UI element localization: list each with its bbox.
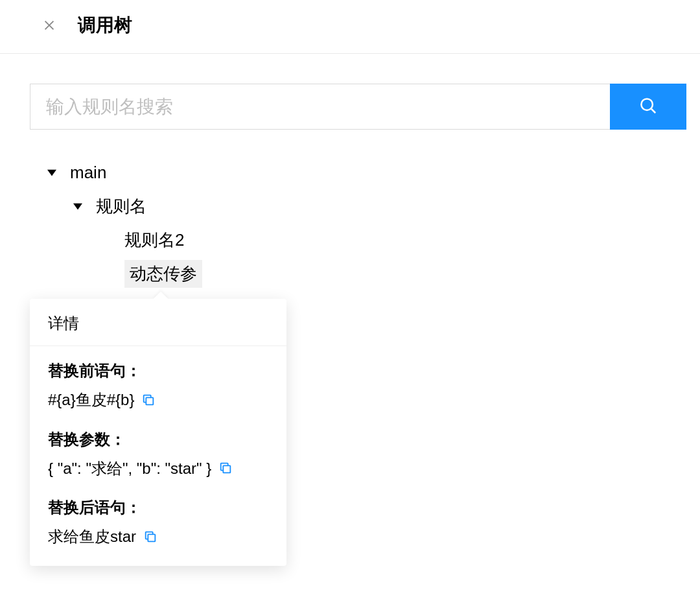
detail-after-value: 求给鱼皮star (48, 526, 136, 548)
tree-node-label: 规则名 (96, 195, 146, 218)
copy-icon[interactable] (218, 460, 233, 476)
copy-icon[interactable] (143, 529, 158, 544)
detail-before-label: 替换前语句： (48, 360, 268, 381)
detail-popover: 详情 替换前语句： #{a}鱼皮#{b} 替换参数： { "a": "求给", … (30, 299, 286, 566)
tree-node-dynamic-params[interactable]: 动态传参 (45, 257, 670, 290)
svg-rect-8 (148, 534, 155, 541)
detail-after-label: 替换后语句： (48, 497, 268, 518)
detail-after-section: 替换后语句： 求给鱼皮star (48, 497, 268, 548)
popover-body: 替换前语句： #{a}鱼皮#{b} 替换参数： { "a": "求给", "b"… (30, 346, 286, 566)
popover-title: 详情 (30, 299, 286, 346)
tree-node-main[interactable]: main (45, 156, 670, 189)
page-title: 调用树 (78, 13, 132, 38)
svg-rect-7 (224, 466, 231, 473)
tree-node-label: 规则名2 (124, 229, 184, 251)
detail-before-value-row: #{a}鱼皮#{b} (48, 389, 268, 411)
search-input[interactable] (30, 84, 610, 130)
tree-node-rule[interactable]: 规则名 (45, 189, 670, 223)
search-container (30, 84, 686, 130)
detail-before-value: #{a}鱼皮#{b} (48, 389, 134, 411)
svg-rect-6 (146, 397, 154, 404)
page-header: 调用树 (0, 0, 700, 54)
detail-params-value-row: { "a": "求给", "b": "star" } (48, 458, 268, 480)
caret-down-icon[interactable] (71, 200, 84, 213)
search-button[interactable] (610, 84, 686, 130)
content-area: main 规则名 规则名2 动态传参 (0, 54, 700, 290)
search-icon (638, 96, 658, 117)
svg-point-2 (641, 99, 653, 110)
detail-params-value: { "a": "求给", "b": "star" } (48, 458, 211, 480)
call-tree: main 规则名 规则名2 动态传参 (30, 156, 670, 290)
tree-node-label: main (70, 163, 106, 183)
tree-node-label: 动态传参 (124, 260, 202, 288)
detail-after-value-row: 求给鱼皮star (48, 526, 268, 548)
detail-before-section: 替换前语句： #{a}鱼皮#{b} (48, 360, 268, 411)
caret-down-icon[interactable] (45, 166, 58, 179)
svg-marker-5 (73, 204, 82, 210)
tree-node-rule2[interactable]: 规则名2 (45, 223, 670, 257)
copy-icon[interactable] (141, 392, 156, 408)
svg-marker-4 (47, 170, 56, 176)
svg-line-3 (651, 109, 655, 113)
close-icon[interactable] (40, 16, 58, 34)
detail-params-section: 替换参数： { "a": "求给", "b": "star" } (48, 429, 268, 480)
detail-params-label: 替换参数： (48, 429, 268, 450)
